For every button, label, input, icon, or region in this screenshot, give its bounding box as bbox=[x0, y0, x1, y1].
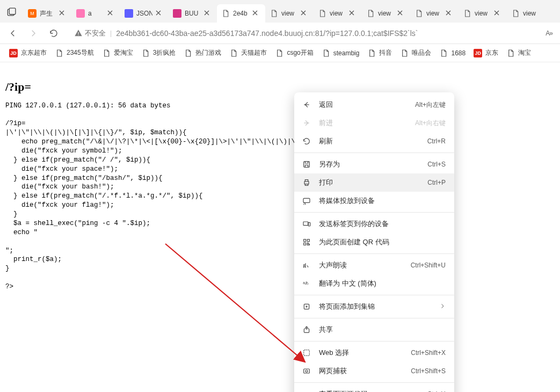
page-content: /?ip=PING 127.0.0.1 (127.0.0.1): 56 data… bbox=[0, 62, 560, 299]
svg-rect-5 bbox=[304, 182, 309, 184]
nav-forward-button[interactable] bbox=[28, 28, 39, 39]
bookmark-item[interactable]: csgo开箱 bbox=[272, 47, 316, 59]
url-text: 2e4bb361-dc60-43ba-ae25-a3d56173a747.nod… bbox=[116, 29, 418, 38]
menu-shortcut: Alt+向左键 bbox=[415, 100, 446, 110]
close-icon[interactable] bbox=[446, 10, 453, 17]
browser-tab-7[interactable]: view bbox=[362, 4, 410, 23]
menu-item-label: 查看页面源代码 bbox=[319, 389, 420, 392]
menu-item-refresh[interactable]: 刷新Ctrl+R bbox=[294, 132, 454, 150]
read-aloud-icon: A bbox=[302, 260, 311, 270]
nav-refresh-button[interactable] bbox=[48, 28, 59, 39]
bookmark-item[interactable]: 抖音 bbox=[365, 47, 395, 59]
bookmark-item[interactable]: 爱淘宝 bbox=[99, 47, 136, 59]
tab-actions-icon[interactable] bbox=[3, 4, 19, 20]
bookmark-item[interactable]: steambig bbox=[319, 47, 362, 59]
qr-icon bbox=[302, 237, 311, 247]
browser-tab-5[interactable]: view bbox=[265, 4, 314, 23]
close-icon[interactable] bbox=[59, 10, 67, 17]
favicon-icon bbox=[76, 9, 85, 18]
close-icon[interactable] bbox=[349, 10, 357, 17]
menu-item-translate[interactable]: aあ翻译为 中文 (简体) bbox=[294, 274, 454, 293]
browser-tab-4[interactable]: 2e4b bbox=[217, 4, 265, 23]
menu-separator bbox=[294, 341, 454, 342]
menu-item-capture[interactable]: 网页捕获Ctrl+Shift+S bbox=[294, 362, 454, 380]
menu-separator bbox=[294, 318, 454, 318]
bookmark-label: 热门游戏 bbox=[195, 48, 221, 57]
bookmark-item[interactable]: 淘宝 bbox=[504, 47, 534, 59]
browser-tab-strip: M 声生 a JSON BUU 2e4b view view view bbox=[0, 0, 560, 23]
web-select-icon bbox=[302, 348, 311, 358]
svg-rect-10 bbox=[307, 239, 309, 242]
browser-tab-2[interactable]: JSON bbox=[120, 4, 169, 23]
translate-icon: aあ bbox=[302, 279, 311, 288]
chevron-right-icon bbox=[439, 303, 446, 311]
nav-back-button[interactable] bbox=[8, 28, 18, 39]
document-icon bbox=[322, 49, 330, 57]
menu-item-web-select[interactable]: Web 选择Ctrl+Shift+X bbox=[294, 344, 454, 362]
bookmark-item[interactable]: 唯品会 bbox=[397, 47, 434, 59]
insecure-site-indicator[interactable]: 不安全 bbox=[74, 28, 106, 38]
bookmark-item[interactable]: 3折疯抢 bbox=[139, 47, 179, 59]
bookmark-item[interactable]: 1688 bbox=[437, 47, 468, 59]
browser-tab-1[interactable]: a bbox=[72, 4, 120, 23]
tab-title: a bbox=[88, 10, 92, 17]
browser-tab-0[interactable]: M 声生 bbox=[24, 4, 72, 23]
bookmark-label: 京东 bbox=[485, 48, 498, 57]
menu-item-source[interactable]: 查看页面源代码Ctrl+U bbox=[294, 385, 454, 392]
menu-item-label: 网页捕获 bbox=[319, 366, 403, 376]
menu-item-label: 将媒体投放到设备 bbox=[319, 196, 446, 206]
menu-item-print[interactable]: 打印Ctrl+P bbox=[294, 173, 454, 192]
svg-rect-8 bbox=[308, 222, 310, 226]
bookmark-item[interactable]: JD京东超市 bbox=[6, 47, 49, 59]
address-bar[interactable]: 不安全 | 2e4bb361-dc60-43ba-ae25-a3d56173a7… bbox=[69, 25, 536, 41]
bookmark-item[interactable]: 热门游戏 bbox=[181, 47, 224, 59]
save-icon bbox=[302, 159, 311, 169]
tab-title: 2e4b bbox=[233, 10, 248, 17]
menu-item-label: 另存为 bbox=[319, 159, 420, 169]
bookmark-label: 淘宝 bbox=[518, 48, 531, 57]
document-icon bbox=[221, 9, 230, 18]
svg-rect-16 bbox=[304, 350, 310, 356]
tab-title: BUU bbox=[185, 10, 198, 17]
close-icon[interactable] bbox=[494, 10, 501, 17]
menu-item-collections[interactable]: 将页面添加到集锦 bbox=[294, 297, 454, 316]
close-icon[interactable] bbox=[156, 10, 163, 17]
menu-item-device[interactable]: 发送标签页到你的设备 bbox=[294, 215, 454, 233]
read-aloud-toolbar-button[interactable]: A» bbox=[546, 30, 552, 37]
menu-item-share[interactable]: 共享 bbox=[294, 321, 454, 339]
context-menu: 返回Alt+向左键前进Alt+向右键刷新Ctrl+R另存为Ctrl+S打印Ctr… bbox=[294, 92, 454, 392]
document-icon bbox=[184, 49, 192, 57]
bookmark-label: 爱淘宝 bbox=[114, 48, 133, 57]
bookmark-label: 抖音 bbox=[379, 48, 392, 57]
svg-rect-4 bbox=[304, 162, 310, 168]
bookmark-item[interactable]: 天猫超市 bbox=[227, 47, 270, 59]
collections-icon bbox=[302, 302, 311, 311]
close-icon[interactable] bbox=[397, 10, 405, 17]
browser-tab-9[interactable]: view bbox=[459, 4, 507, 23]
tab-title: view bbox=[426, 10, 439, 17]
menu-item-label: Web 选择 bbox=[319, 348, 403, 358]
menu-item-arrow-left[interactable]: 返回Alt+向左键 bbox=[294, 96, 454, 114]
browser-tab-8[interactable]: view bbox=[410, 4, 459, 23]
menu-item-save[interactable]: 另存为Ctrl+S bbox=[294, 155, 454, 173]
bookmark-item[interactable]: 2345导航 bbox=[52, 47, 97, 59]
source-icon bbox=[302, 389, 311, 392]
tab-title: view bbox=[523, 10, 536, 17]
bookmark-item[interactable]: JD京东 bbox=[471, 47, 501, 59]
close-icon[interactable] bbox=[107, 10, 115, 17]
document-icon bbox=[318, 9, 326, 18]
svg-text:A: A bbox=[303, 264, 306, 269]
bookmark-label: 3折疯抢 bbox=[153, 48, 176, 57]
browser-tab-10[interactable]: view bbox=[507, 4, 555, 23]
menu-item-cast[interactable]: 将媒体投放到设备 bbox=[294, 192, 454, 210]
close-icon[interactable] bbox=[301, 10, 308, 17]
menu-item-read-aloud[interactable]: A大声朗读Ctrl+Shift+U bbox=[294, 256, 454, 274]
close-icon[interactable] bbox=[252, 10, 260, 17]
menu-item-qr[interactable]: 为此页面创建 QR 代码 bbox=[294, 233, 454, 251]
close-icon[interactable] bbox=[204, 10, 212, 17]
browser-tab-3[interactable]: BUU bbox=[169, 4, 217, 23]
document-icon bbox=[463, 9, 471, 18]
browser-tab-6[interactable]: view bbox=[314, 4, 362, 23]
device-icon bbox=[302, 219, 311, 229]
svg-text:aあ: aあ bbox=[303, 281, 309, 285]
